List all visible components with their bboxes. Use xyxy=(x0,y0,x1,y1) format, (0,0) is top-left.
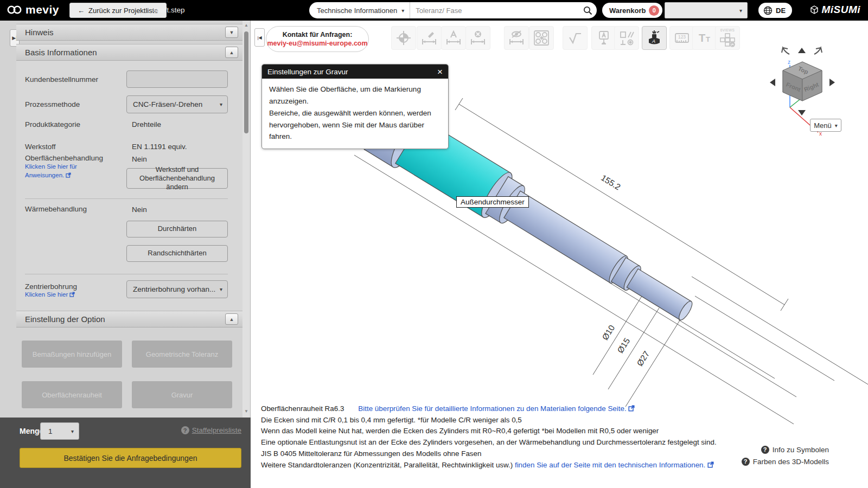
produktkategorie-value: Drehteile xyxy=(132,120,161,129)
bemassungen-button-disabled[interactable]: Bemaßungen hinzufügen xyxy=(22,341,122,368)
contact-badge: Kontakt für Anfragen: meviy-eu@misumi-eu… xyxy=(266,26,369,52)
rotate-up-icon[interactable] xyxy=(798,48,806,53)
geometric-tolerance-button[interactable] xyxy=(614,26,639,50)
sidebar-scrollbar[interactable]: ▲ ▼ xyxy=(242,21,250,418)
view-left-icon[interactable] xyxy=(770,79,775,86)
search-icon[interactable] xyxy=(578,6,597,15)
technical-info-link[interactable]: finden Sie auf der Seite mit den technis… xyxy=(515,461,705,469)
svg-text:A: A xyxy=(652,38,655,44)
rotate-left-icon[interactable] xyxy=(782,48,789,54)
engraving-button-active[interactable]: A xyxy=(642,26,667,50)
svg-text:T: T xyxy=(706,35,710,43)
waermebehandlung-label: Wärmebehandlung xyxy=(25,205,87,213)
divider xyxy=(25,274,228,274)
menge-select[interactable]: 1 ▾ xyxy=(40,422,79,440)
measure-scale-button[interactable]: 123 xyxy=(669,26,694,50)
diameter-10-label: Ø10 xyxy=(600,323,616,342)
hide-dimension-button[interactable] xyxy=(504,26,529,50)
note-line: Wenn das Modell keine Nut hat, werden di… xyxy=(261,426,717,437)
durchhaerten-button[interactable]: Durchhärten xyxy=(126,221,228,237)
search-category-select[interactable]: Technische Informationen ▾ xyxy=(309,2,410,18)
material-info-link[interactable]: Bitte überprüfen Sie für detaillierte In… xyxy=(358,404,626,413)
model-colors-link[interactable]: ? Farben des 3D-Modells xyxy=(742,456,829,467)
chevron-down-icon: ▾ xyxy=(220,286,222,292)
symbol-info-link[interactable]: ? Info zu Symbolen xyxy=(761,444,829,455)
gravur-settings-popup: Einstellungen zur Gravur × Wählen Sie di… xyxy=(261,64,449,149)
note-line: Weitere Standardtoleranzen (Konzentrizit… xyxy=(261,460,717,471)
datum-target-button[interactable] xyxy=(391,26,416,50)
add-dimension-button[interactable] xyxy=(417,26,442,50)
arrange-balloons-button[interactable] xyxy=(529,26,554,50)
zentrierbohrung-link[interactable]: Klicken Sie hier xyxy=(25,291,75,298)
collapse-section-button[interactable]: ▲ xyxy=(225,313,238,325)
note-line: Eine optionale Entlastungsnut ist an der… xyxy=(261,437,717,448)
randschichthaerten-button[interactable]: Randschichthärten xyxy=(126,245,228,262)
scrollbar-thumb[interactable] xyxy=(244,31,248,133)
expand-section-button[interactable]: ▼ xyxy=(225,27,238,38)
meviy-logo: meviy xyxy=(7,3,59,16)
top-bar: meviy ← Zurück zur Projektliste shaft.st… xyxy=(0,0,868,21)
six-views-button[interactable]: 6VIEWS xyxy=(715,26,740,50)
confirm-request-button[interactable]: Bestätigen Sie die Anfragebedingungen xyxy=(20,448,241,468)
zentrierbohrung-select[interactable]: Zentrierbohrung vorhan... ▾ xyxy=(126,280,228,298)
prozessmethode-select[interactable]: CNC-Fräsen/-Drehen ▾ xyxy=(126,95,228,113)
panel-collapse-button[interactable]: |◀ xyxy=(254,28,265,47)
logo-text: meviy xyxy=(25,3,59,16)
file-title: shaft.step xyxy=(153,6,185,14)
werkstoff-aendern-button[interactable]: Werkstoff und Oberflächenbehandlung ände… xyxy=(126,168,228,189)
globe-icon xyxy=(763,6,773,15)
back-to-projects-button[interactable]: ← Zurück zur Projektliste xyxy=(69,3,167,18)
datum-label-button[interactable] xyxy=(591,26,616,50)
divider xyxy=(25,198,228,199)
anweisungen-link-line2[interactable]: Anweisungen. xyxy=(25,172,71,178)
six-views-label: 6VIEWS xyxy=(716,28,739,32)
view-right-icon[interactable] xyxy=(829,79,835,86)
svg-text:T: T xyxy=(699,32,705,44)
external-link-icon xyxy=(69,292,75,297)
z-axis-label: z xyxy=(788,59,790,65)
geometrische-toleranz-button-disabled[interactable]: Geometrische Toleranz xyxy=(132,341,232,368)
search-input[interactable] xyxy=(410,7,578,15)
view-down-icon[interactable] xyxy=(798,110,806,115)
diameter-15-label: Ø15 xyxy=(615,336,631,355)
popup-header[interactable]: Einstellungen zur Gravur × xyxy=(262,65,448,79)
app-window: meviy ← Zurück zur Projektliste shaft.st… xyxy=(0,0,868,488)
zentrierbohrung-label: Zentrierbohrung xyxy=(25,282,77,291)
werkstoff-value: EN 1.1191 equiv. xyxy=(132,143,187,151)
external-link-icon xyxy=(628,405,635,412)
svg-text:123: 123 xyxy=(678,34,686,40)
oberflaechenrauheit-button-disabled[interactable]: Oberflächenrauheit xyxy=(22,381,122,408)
misumi-logo: MiSUMi xyxy=(810,4,860,16)
anweisungen-link[interactable]: Klicken Sie hier für xyxy=(25,163,77,170)
kundenbestellnummer-input[interactable] xyxy=(126,70,228,88)
collapse-section-button[interactable]: ▲ xyxy=(225,47,238,58)
viewer-canvas[interactable]: 155.2 Ø10 Ø15 Ø27 |◀ Kontakt für Anfrage… xyxy=(251,21,868,488)
surface-roughness-button[interactable] xyxy=(563,26,588,50)
help-icon: ? xyxy=(181,426,189,434)
contact-email-link[interactable]: meviy-eu@misumi-europe.com xyxy=(267,40,367,47)
scroll-up-icon[interactable]: ▲ xyxy=(242,23,250,28)
text-dimension-button[interactable] xyxy=(441,26,466,50)
note-line: Die Ecken sind mit C/R 0,1 bis 0,4 mm ge… xyxy=(261,415,717,426)
kundenbestellnummer-label: Kundenbestellnummer xyxy=(25,75,98,84)
close-icon[interactable]: × xyxy=(437,67,443,76)
project-select[interactable]: ▾ xyxy=(665,2,748,18)
scroll-down-icon[interactable]: ▼ xyxy=(242,409,250,414)
section-header-basis-informationen[interactable]: Basis Informationen ▲ xyxy=(16,44,242,61)
misumi-cube-icon xyxy=(810,5,819,15)
gravur-button-disabled[interactable]: Gravur xyxy=(132,381,232,408)
section-header-hinweis[interactable]: Hinweis ▼ xyxy=(16,24,242,41)
staffelpreisliste-link[interactable]: ? Staffelpreisliste xyxy=(181,426,241,434)
rotate-right-icon[interactable] xyxy=(814,48,822,54)
chevron-down-icon: ▾ xyxy=(71,428,74,434)
external-link-icon xyxy=(66,172,71,178)
sidebar-footer: Menge 1 ▾ ? Staffelpreisliste Bestätigen… xyxy=(0,418,251,488)
text-height-button[interactable]: T T xyxy=(692,26,717,50)
chevron-down-icon: ▾ xyxy=(401,8,404,14)
delete-dimension-button[interactable] xyxy=(465,26,490,50)
view-menu-button[interactable]: Menü ▾ xyxy=(810,119,841,132)
section-header-einstellung-option[interactable]: Einstellung der Option ▲ xyxy=(16,311,242,328)
meviy-logo-icon xyxy=(7,5,23,15)
language-button[interactable]: DE xyxy=(758,3,792,18)
cart-button[interactable]: Warenkorb 0 xyxy=(602,3,662,18)
